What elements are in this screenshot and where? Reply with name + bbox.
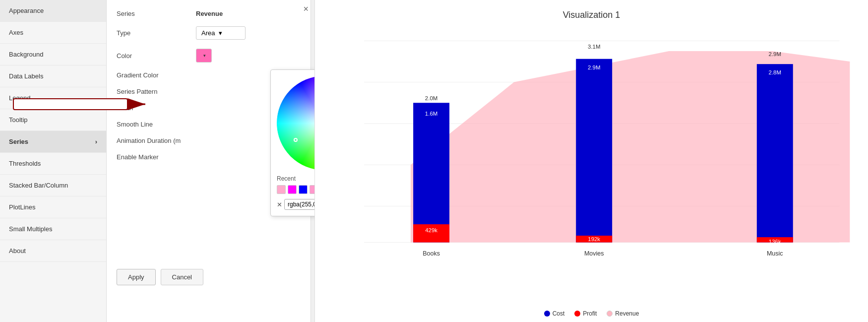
- cancel-button[interactable]: Cancel: [161, 269, 203, 285]
- books-category: Books: [423, 250, 440, 257]
- profit-legend-label: Profit: [583, 310, 597, 317]
- series-label: Series: [117, 10, 196, 17]
- width-label: Width: [117, 104, 196, 112]
- type-select-value: Area: [201, 29, 215, 37]
- sidebar-item-label: Background: [9, 51, 43, 58]
- smooth-line-label: Smooth Line: [117, 121, 196, 128]
- hex-input-row: ✕: [277, 199, 315, 210]
- books-cost-bar: [413, 103, 449, 242]
- music-revenue-label: 2.9M: [769, 52, 781, 58]
- music-cost-bar: [757, 64, 793, 242]
- series-row: Series Revenue: [117, 10, 305, 17]
- chart-legend: Cost Profit Revenue: [544, 310, 639, 317]
- type-row: Type Area ▾: [117, 26, 305, 40]
- cost-legend-dot: [544, 311, 550, 317]
- hex-input[interactable]: [284, 199, 315, 210]
- sidebar-item-label: Data Labels: [9, 72, 43, 80]
- chevron-down-icon: ▾: [203, 53, 206, 58]
- sidebar-item-label: About: [9, 247, 26, 255]
- chevron-right-icon: ›: [95, 138, 97, 145]
- sidebar-item-label: Stacked Bar/Column: [9, 182, 68, 189]
- color-wheel-cursor: [294, 138, 298, 142]
- legend-profit: Profit: [574, 310, 597, 317]
- sidebar-item-label: PlotLines: [9, 203, 35, 211]
- hex-clear-button[interactable]: ✕: [277, 201, 282, 208]
- settings-panel: × Series Revenue Type Area ▾ Color ▾ Gra…: [107, 0, 315, 322]
- color-label: Color: [117, 52, 196, 60]
- sidebar-item-label: Small Multiples: [9, 225, 52, 233]
- sidebar-item-label: Tooltip: [9, 116, 28, 124]
- music-cost-label: 2.8M: [769, 69, 781, 75]
- recent-color-4[interactable]: [310, 185, 315, 194]
- legend-cost: Cost: [544, 310, 565, 317]
- chevron-down-icon: ▾: [219, 29, 222, 37]
- movies-revenue-label: 3.1M: [588, 44, 600, 50]
- sidebar-item-axes[interactable]: Axes: [0, 22, 106, 44]
- close-button[interactable]: ×: [303, 4, 309, 14]
- sidebar-item-stacked-bar[interactable]: Stacked Bar/Column: [0, 175, 106, 196]
- sidebar-item-appearance[interactable]: Appearance: [0, 0, 106, 22]
- sidebar-item-background[interactable]: Background: [0, 44, 106, 65]
- recent-colors: [277, 185, 315, 194]
- apply-button[interactable]: Apply: [117, 269, 156, 285]
- movies-cost-bar: [576, 59, 612, 243]
- music-profit-label: 136k: [769, 239, 781, 245]
- sidebar-item-plotlines[interactable]: PlotLines: [0, 196, 106, 218]
- series-value: Revenue: [196, 10, 223, 17]
- color-wheel[interactable]: [277, 76, 315, 170]
- movies-cost-label: 2.9M: [588, 64, 600, 70]
- recent-color-1[interactable]: [277, 185, 286, 194]
- music-category: Music: [767, 250, 783, 257]
- sidebar: Appearance Axes Background Data Labels L…: [0, 0, 107, 322]
- sidebar-item-label: Thresholds: [9, 160, 41, 167]
- legend-revenue: Revenue: [607, 310, 639, 317]
- color-wheel-container: [277, 76, 315, 170]
- movies-profit-label: 192k: [588, 236, 600, 242]
- sidebar-item-label: Axes: [9, 29, 23, 36]
- recent-label: Recent: [277, 175, 315, 182]
- revenue-legend-label: Revenue: [615, 310, 639, 317]
- enable-marker-label: Enable Marker: [117, 153, 196, 161]
- chart-title: Visualization 1: [563, 10, 620, 20]
- profit-legend-dot: [574, 311, 580, 317]
- panel-buttons: Apply Cancel: [107, 262, 213, 292]
- color-row: Color ▾: [117, 49, 305, 63]
- animation-duration-label: Animation Duration (m: [117, 137, 196, 144]
- type-label: Type: [117, 29, 196, 37]
- sidebar-item-series[interactable]: Series ›: [0, 131, 106, 153]
- revenue-legend-dot: [607, 311, 613, 317]
- chart-area: Visualization 1 2.0M 1.6M 429k Books: [315, 0, 868, 322]
- cost-legend-label: Cost: [553, 310, 565, 317]
- type-select[interactable]: Area ▾: [196, 26, 246, 40]
- sidebar-item-label: Series: [9, 138, 28, 145]
- chart-svg-container: 2.0M 1.6M 429k Books 3.1M 2.9M 192k Movi…: [330, 25, 853, 307]
- sidebar-item-tooltip[interactable]: Tooltip: [0, 109, 106, 131]
- books-cost-label: 1.6M: [425, 111, 437, 117]
- color-picker-popup: Recent ✕: [270, 69, 315, 216]
- series-pattern-label: Series Pattern: [117, 88, 196, 95]
- books-revenue-label: 2.0M: [425, 95, 437, 101]
- chart-svg: 2.0M 1.6M 429k Books 3.1M 2.9M 192k Movi…: [330, 25, 853, 273]
- recent-color-3[interactable]: [299, 185, 308, 194]
- recent-color-2[interactable]: [288, 185, 297, 194]
- sidebar-item-small-multiples[interactable]: Small Multiples: [0, 218, 106, 240]
- gradient-color-label: Gradient Color: [117, 71, 196, 79]
- color-swatch-button[interactable]: ▾: [196, 49, 212, 63]
- movies-category: Movies: [584, 250, 604, 257]
- sidebar-item-thresholds[interactable]: Thresholds: [0, 153, 106, 175]
- sidebar-item-label: Appearance: [9, 7, 44, 14]
- sidebar-item-data-labels[interactable]: Data Labels: [0, 65, 106, 87]
- sidebar-item-label: Legend: [9, 94, 30, 102]
- sidebar-item-about[interactable]: About: [0, 240, 106, 262]
- sidebar-item-legend[interactable]: Legend: [0, 87, 106, 109]
- books-profit-label: 429k: [425, 227, 437, 233]
